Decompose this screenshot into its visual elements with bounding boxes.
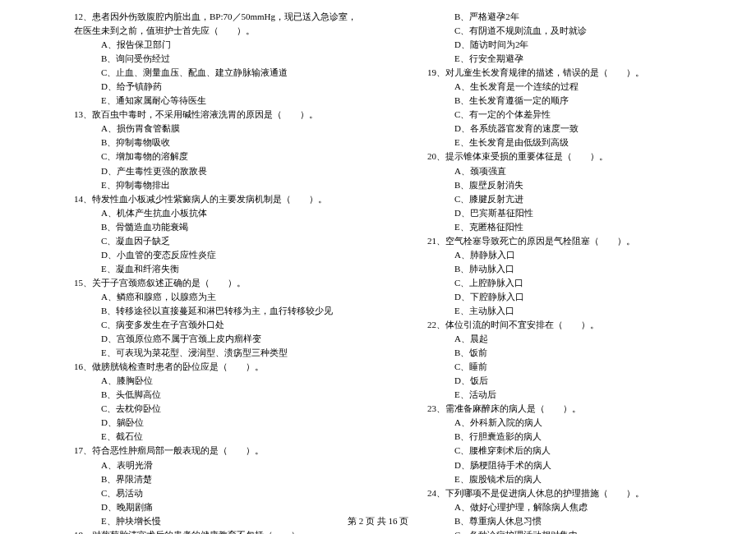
option: B、腹壁反射消失 — [454, 178, 715, 192]
option: B、抑制毒物吸收 — [101, 136, 362, 150]
option-list: A、晨起B、饭前C、睡前D、饭后E、活动后 — [427, 332, 715, 402]
question-stem: 12、患者因外伤致腹腔内脏出血，BP:70／50mmHg，现已送入急诊室，在医生… — [74, 10, 362, 38]
option: B、询问受伤经过 — [101, 52, 362, 66]
question-stem: 14、特发性血小板减少性紫癜病人的主要发病机制是（ ）。 — [74, 192, 362, 206]
option-list: A、生长发育是一个连续的过程B、生长发育遵循一定的顺序C、有一定的个体差异性D、… — [427, 80, 715, 150]
question: 14、特发性血小板减少性紫癜病人的主要发病机制是（ ）。A、机体产生抗血小板抗体… — [74, 192, 362, 276]
option: E、活动后 — [454, 388, 715, 402]
option: E、行安全期避孕 — [454, 52, 715, 66]
question-stem: 20、提示锥体束受损的重要体征是（ ）。 — [427, 150, 715, 163]
option: B、饭前 — [454, 346, 715, 360]
option: A、损伤胃食管黏膜 — [101, 122, 362, 136]
option: B、肺动脉入口 — [454, 262, 715, 276]
option: D、产生毒性更强的敌敌畏 — [101, 164, 362, 178]
option: C、各种诊疗护理活动相对集中 — [454, 528, 715, 534]
option: B、生长发育遵循一定的顺序 — [454, 94, 715, 108]
option-list: A、颈项强直B、腹壁反射消失C、膝腱反射亢进D、巴宾斯基征阳性E、克匿格征阳性 — [427, 164, 715, 234]
option: E、可表现为菜花型、浸润型、溃疡型三种类型 — [101, 346, 362, 360]
question-stem: 22、体位引流的时间不宜安排在（ ）。 — [427, 318, 715, 332]
option-list: A、膝胸卧位B、头低脚高位C、去枕仰卧位D、躺卧位E、截石位 — [74, 374, 362, 444]
question-stem: 15、关于子宫颈癌叙述正确的是（ ）。 — [74, 276, 362, 290]
option: A、生长发育是一个连续的过程 — [454, 80, 715, 94]
option: D、宫颈原位癌不属于宫颈上皮内瘤样变 — [101, 332, 362, 346]
option: E、通知家属耐心等待医生 — [101, 94, 362, 108]
option: B、骨髓造血功能衰竭 — [101, 220, 362, 234]
option: D、各系统器官发育的速度一致 — [454, 122, 715, 136]
option: A、报告保卫部门 — [101, 38, 362, 52]
option-list: A、损伤胃食管黏膜B、抑制毒物吸收C、增加毒物的溶解度D、产生毒性更强的敌敌畏E… — [74, 122, 362, 191]
option: E、腹股镜术后的病人 — [454, 472, 715, 486]
option: D、小血管的变态反应性炎症 — [101, 248, 362, 262]
option: D、肠梗阻待手术的病人 — [454, 458, 715, 472]
option: D、下腔静脉入口 — [454, 290, 715, 304]
option: A、机体产生抗血小板抗体 — [101, 206, 362, 220]
option: C、病变多发生在子宫颈外口处 — [101, 318, 362, 332]
question: 19、对儿童生长发育规律的描述，错误的是（ ）。A、生长发育是一个连续的过程B、… — [427, 66, 715, 150]
question-stem: 24、下列哪项不是促进病人休息的护理措施（ ）。 — [427, 486, 715, 500]
option: B、行胆囊造影的病人 — [454, 430, 715, 444]
option: C、睡前 — [454, 360, 715, 374]
option-list: A、机体产生抗血小板抗体B、骨髓造血功能衰竭C、凝血因子缺乏D、小血管的变态反应… — [74, 206, 362, 276]
option: B、界限清楚 — [101, 472, 362, 486]
option: C、腰椎穿刺术后的病人 — [454, 444, 715, 458]
option: A、做好心理护理，解除病人焦虑 — [454, 500, 715, 514]
option-list: A、肺静脉入口B、肺动脉入口C、上腔静脉入口D、下腔静脉入口E、主动脉入口 — [427, 248, 715, 318]
option: E、抑制毒物排出 — [101, 178, 362, 192]
question-stem: 18、对葡萄胎清宫术后的患者的健康教育不包括（ ）。 — [74, 528, 362, 534]
option: D、给予镇静药 — [101, 80, 362, 94]
option: C、上腔静脉入口 — [454, 276, 715, 290]
option: C、增加毒物的溶解度 — [101, 150, 362, 163]
option: C、膝腱反射亢进 — [454, 192, 715, 206]
option-list: B、严格避孕2年C、有阴道不规则流血，及时就诊D、随访时间为2年E、行安全期避孕 — [427, 10, 715, 66]
option: D、巴宾斯基征阳性 — [454, 206, 715, 220]
option: E、克匿格征阳性 — [454, 220, 715, 234]
option: B、头低脚高位 — [101, 388, 362, 402]
question: B、严格避孕2年C、有阴道不规则流血，及时就诊D、随访时间为2年E、行安全期避孕 — [427, 10, 715, 66]
question-stem: 16、做膀胱镜检查时患者的卧位应是（ ）。 — [74, 360, 362, 374]
left-column: 12、患者因外伤致腹腔内脏出血，BP:70／50mmHg，现已送入急诊室，在医生… — [74, 10, 362, 534]
question: 15、关于子宫颈癌叙述正确的是（ ）。A、鳞癌和腺癌，以腺癌为主B、转移途径以直… — [74, 276, 362, 360]
option-list: A、外科新入院的病人B、行胆囊造影的病人C、腰椎穿刺术后的病人D、肠梗阻待手术的… — [427, 416, 715, 486]
question-stem: 19、对儿童生长发育规律的描述，错误的是（ ）。 — [427, 66, 715, 80]
option: A、肺静脉入口 — [454, 248, 715, 262]
option: C、有阴道不规则流血，及时就诊 — [454, 24, 715, 38]
question: 21、空气栓塞导致死亡的原因是气栓阻塞（ ）。A、肺静脉入口B、肺动脉入口C、上… — [427, 234, 715, 318]
question: 23、需准备麻醉床的病人是（ ）。A、外科新入院的病人B、行胆囊造影的病人C、腰… — [427, 402, 715, 486]
question: 13、敌百虫中毒时，不采用碱性溶液洗胃的原因是（ ）。A、损伤胃食管黏膜B、抑制… — [74, 108, 362, 191]
question-stem: 17、符合恶性肿瘤局部一般表现的是（ ）。 — [74, 444, 362, 458]
option: A、表明光滑 — [101, 458, 362, 472]
option: A、膝胸卧位 — [101, 374, 362, 388]
option: A、外科新入院的病人 — [454, 416, 715, 430]
question: 20、提示锥体束受损的重要体征是（ ）。A、颈项强直B、腹壁反射消失C、膝腱反射… — [427, 150, 715, 233]
question: 12、患者因外伤致腹腔内脏出血，BP:70／50mmHg，现已送入急诊室，在医生… — [74, 10, 362, 108]
option-list: A、鳞癌和腺癌，以腺癌为主B、转移途径以直接蔓延和淋巴转移为主，血行转移较少见C… — [74, 290, 362, 360]
option: D、随访时间为2年 — [454, 38, 715, 52]
question: 22、体位引流的时间不宜安排在（ ）。A、晨起B、饭前C、睡前D、饭后E、活动后 — [427, 318, 715, 402]
page-footer: 第 2 页 共 16 页 — [0, 515, 756, 527]
option: E、生长发育是由低级到高级 — [454, 136, 715, 150]
option: A、颈项强直 — [454, 164, 715, 178]
option: D、躺卧位 — [101, 416, 362, 430]
option: D、晚期剧痛 — [101, 500, 362, 514]
option: E、截石位 — [101, 430, 362, 444]
option: E、主动脉入口 — [454, 304, 715, 318]
option: E、凝血和纤溶失衡 — [101, 262, 362, 276]
question: 18、对葡萄胎清宫术后的患者的健康教育不包括（ ）。A、定期复查HCG — [74, 528, 362, 534]
question: 16、做膀胱镜检查时患者的卧位应是（ ）。A、膝胸卧位B、头低脚高位C、去枕仰卧… — [74, 360, 362, 444]
option: B、转移途径以直接蔓延和淋巴转移为主，血行转移较少见 — [101, 304, 362, 318]
option: C、止血、测量血压、配血、建立静脉输液通道 — [101, 66, 362, 80]
question-stem: 21、空气栓塞导致死亡的原因是气栓阻塞（ ）。 — [427, 234, 715, 248]
option-list: A、报告保卫部门B、询问受伤经过C、止血、测量血压、配血、建立静脉输液通道D、给… — [74, 38, 362, 108]
option: C、凝血因子缺乏 — [101, 234, 362, 248]
question-stem: 13、敌百虫中毒时，不采用碱性溶液洗胃的原因是（ ）。 — [74, 108, 362, 122]
option: D、饭后 — [454, 374, 715, 388]
option: A、鳞癌和腺癌，以腺癌为主 — [101, 290, 362, 304]
option: A、晨起 — [454, 332, 715, 346]
option: C、易活动 — [101, 486, 362, 500]
right-column: B、严格避孕2年C、有阴道不规则流血，及时就诊D、随访时间为2年E、行安全期避孕… — [427, 10, 715, 534]
question-stem: 23、需准备麻醉床的病人是（ ）。 — [427, 402, 715, 416]
option: B、严格避孕2年 — [454, 10, 715, 24]
option: C、有一定的个体差异性 — [454, 108, 715, 122]
option: C、去枕仰卧位 — [101, 402, 362, 416]
